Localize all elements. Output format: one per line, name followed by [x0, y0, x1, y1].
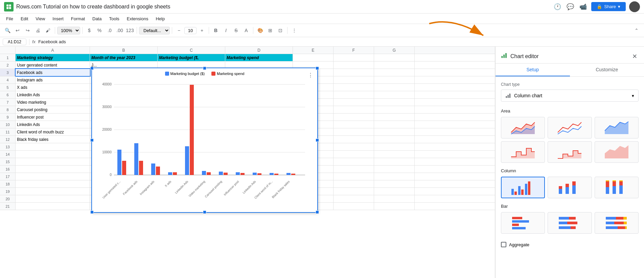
cell-a3[interactable]: Facebook ads: [16, 69, 90, 76]
resize-bm[interactable]: [203, 210, 206, 214]
percent-btn[interactable]: %: [95, 26, 104, 35]
tab-setup[interactable]: Setup: [496, 64, 570, 76]
chart-type-area-basic[interactable]: [501, 117, 545, 138]
cell-a2[interactable]: User genrated content: [16, 61, 90, 69]
menu-help[interactable]: Help: [152, 15, 168, 23]
format-123-btn[interactable]: 123: [125, 26, 135, 35]
resize-ml[interactable]: [90, 138, 94, 142]
col-header-b[interactable]: B: [90, 47, 158, 54]
chart-type-area-stepped2[interactable]: [548, 141, 592, 163]
undo-btn[interactable]: ↩: [13, 26, 22, 35]
history-icon[interactable]: 🕐: [553, 2, 562, 11]
cell-g11[interactable]: [374, 128, 415, 135]
aggregate-checkbox[interactable]: [501, 242, 506, 247]
chart-more-btn[interactable]: ⋮: [306, 71, 315, 79]
cell-a10[interactable]: Linkedin Ads: [16, 121, 90, 128]
dec-increase-btn[interactable]: .00: [115, 26, 124, 35]
col-header-e[interactable]: E: [293, 47, 334, 54]
cell-f2[interactable]: [334, 61, 374, 69]
cell-g4[interactable]: [374, 76, 415, 83]
zoom-select[interactable]: 100%: [57, 27, 80, 34]
fill-color-btn[interactable]: 🎨: [255, 26, 265, 35]
chart-type-area-shaded2[interactable]: [595, 141, 639, 163]
cell-g10[interactable]: [374, 121, 415, 128]
font-size-increase-btn[interactable]: +: [197, 26, 207, 35]
cell-f12[interactable]: [334, 136, 374, 143]
comment-icon[interactable]: 💬: [566, 2, 575, 11]
cell-a7[interactable]: Video marketing: [16, 99, 90, 106]
menu-data[interactable]: Data: [89, 15, 105, 23]
chart-type-column-stacked[interactable]: [548, 177, 592, 198]
resize-tm[interactable]: [203, 67, 206, 70]
spreadsheet-scroll[interactable]: 1 Marketing strategy Month of the year 2…: [0, 54, 495, 278]
resize-br[interactable]: [316, 210, 319, 214]
cell-a9[interactable]: Influencer post: [16, 113, 90, 121]
menu-tools[interactable]: Tools: [106, 15, 122, 23]
meet-icon[interactable]: 📹: [578, 2, 588, 11]
italic-btn[interactable]: I: [221, 26, 231, 35]
strikethrough-btn[interactable]: S: [231, 26, 241, 35]
chart-type-column-basic[interactable]: [501, 177, 545, 198]
cell-a12[interactable]: Black friday sales: [16, 136, 90, 143]
borders-btn[interactable]: ⊞: [266, 26, 275, 35]
chart-type-selector[interactable]: Column chart ▾: [501, 90, 639, 102]
font-size-input[interactable]: [184, 27, 197, 34]
col-header-f[interactable]: F: [334, 47, 374, 54]
resize-bl[interactable]: [90, 210, 94, 214]
cell-f4[interactable]: [334, 76, 374, 83]
cell-g6[interactable]: [374, 91, 415, 98]
cell-g2[interactable]: [374, 61, 415, 69]
cell-f7[interactable]: [334, 99, 374, 106]
avatar[interactable]: [629, 1, 640, 12]
paint-format-btn[interactable]: 🖌: [43, 26, 53, 35]
print-btn[interactable]: 🖨: [33, 26, 43, 35]
cell-f9[interactable]: [334, 113, 374, 121]
cell-ref-input[interactable]: [3, 39, 26, 45]
cell-d1[interactable]: Marketing spend: [225, 54, 293, 61]
font-dropdown[interactable]: Default...: [139, 27, 170, 34]
menu-format[interactable]: Format: [68, 15, 88, 23]
cell-g3[interactable]: [374, 69, 415, 76]
cell-f8[interactable]: [334, 106, 374, 113]
search-btn[interactable]: 🔍: [3, 26, 12, 35]
cell-a6[interactable]: Linkedin Ads: [16, 91, 90, 98]
text-color-btn[interactable]: A: [242, 26, 251, 35]
font-size-decrease-btn[interactable]: −: [174, 26, 184, 35]
cell-f3[interactable]: [334, 69, 374, 76]
cell-f10[interactable]: [334, 121, 374, 128]
chart-type-area-shaded[interactable]: [595, 117, 639, 138]
cell-a5[interactable]: X ads: [16, 84, 90, 91]
more-btn[interactable]: ⋮: [290, 26, 299, 35]
col-header-d[interactable]: D: [225, 47, 293, 54]
chart-type-bar-stacked[interactable]: [548, 212, 592, 234]
cell-g8[interactable]: [374, 106, 415, 113]
menu-file[interactable]: File: [3, 15, 17, 23]
chart-type-bar-basic[interactable]: [501, 212, 545, 234]
menu-edit[interactable]: Edit: [17, 15, 31, 23]
cell-b1[interactable]: Month of the year 2023: [90, 54, 158, 61]
cell-f5[interactable]: [334, 84, 374, 91]
cell-f6[interactable]: [334, 91, 374, 98]
dec-decrease-btn[interactable]: .0: [105, 26, 114, 35]
cell-g5[interactable]: [374, 84, 415, 91]
cell-g12[interactable]: [374, 136, 415, 143]
cell-g7[interactable]: [374, 99, 415, 106]
collapse-btn[interactable]: ⌃: [632, 26, 641, 35]
tab-customize[interactable]: Customize: [570, 64, 644, 76]
cell-f1[interactable]: [334, 54, 374, 61]
redo-btn[interactable]: ↪: [23, 26, 32, 35]
currency-btn[interactable]: $: [85, 26, 94, 35]
resize-tr[interactable]: [316, 67, 319, 70]
menu-extensions[interactable]: Extensions: [123, 15, 152, 23]
close-chart-editor-btn[interactable]: ✕: [630, 52, 639, 60]
col-header-g[interactable]: G: [374, 47, 415, 54]
cell-a8[interactable]: Carousel posting: [16, 106, 90, 113]
cell-a11[interactable]: Client word of mouth buzz: [16, 128, 90, 135]
resize-mr[interactable]: [316, 138, 319, 142]
resize-tl[interactable]: [90, 67, 94, 70]
bold-btn[interactable]: B: [211, 26, 221, 35]
col-header-c[interactable]: C: [158, 47, 225, 54]
cell-c1[interactable]: Marketing budget ($,: [158, 54, 225, 61]
menu-insert[interactable]: Insert: [49, 15, 67, 23]
cell-g1[interactable]: [374, 54, 415, 61]
